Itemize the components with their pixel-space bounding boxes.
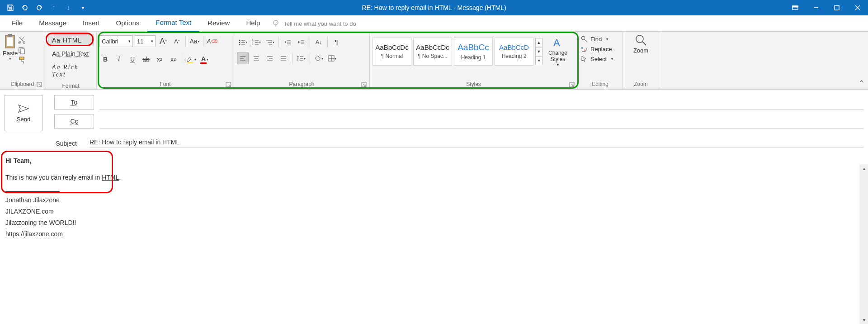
grow-font-icon[interactable]: A^: [157, 35, 169, 47]
svg-rect-3: [835, 5, 839, 10]
tell-me[interactable]: Tell me what you want to do: [272, 19, 356, 31]
clear-formatting-icon[interactable]: A⌫: [206, 35, 218, 47]
shrink-font-icon[interactable]: Aˇ: [171, 35, 183, 47]
format-painter-icon[interactable]: [18, 56, 26, 64]
svg-text:3: 3: [252, 43, 254, 45]
strikethrough-button[interactable]: ab: [140, 53, 152, 65]
show-marks-icon[interactable]: ¶: [330, 36, 342, 48]
justify-icon[interactable]: [278, 52, 289, 64]
decrease-indent-icon[interactable]: [282, 36, 293, 48]
dialog-launcher-icon[interactable]: [226, 82, 232, 88]
font-color-icon[interactable]: A▾: [198, 53, 210, 65]
svg-text:a: a: [581, 46, 583, 50]
tab-help[interactable]: Help: [238, 15, 268, 31]
italic-button[interactable]: I: [113, 53, 125, 65]
format-plain-button[interactable]: Aa Plain Text: [48, 48, 94, 60]
to-field[interactable]: [99, 95, 863, 110]
window-controls: [785, 0, 868, 15]
style-heading-1[interactable]: AaBbCcHeading 1: [454, 38, 493, 66]
send-button[interactable]: Send: [5, 95, 42, 131]
dialog-launcher-icon[interactable]: [37, 82, 43, 88]
scroll-up-icon[interactable]: ▲: [860, 164, 868, 172]
cursor-icon: [580, 55, 588, 62]
bold-button[interactable]: B: [99, 53, 111, 65]
next-item-icon: ↓: [62, 2, 74, 14]
minimize-icon[interactable]: [806, 0, 826, 15]
style-heading-2[interactable]: AaBbCcDHeading 2: [495, 38, 533, 66]
scroll-down-icon[interactable]: ▼: [860, 316, 868, 324]
style-normal[interactable]: AaBbCcDc¶ Normal: [373, 38, 411, 66]
group-label-editing: Editing: [578, 79, 623, 89]
select-button[interactable]: Select▾: [580, 55, 613, 62]
align-center-icon[interactable]: [250, 52, 262, 64]
change-case-icon[interactable]: Aa▾: [189, 35, 200, 47]
signature-site: JILAXZONE.com: [5, 207, 863, 216]
align-left-icon[interactable]: [237, 52, 249, 64]
undo-icon[interactable]: [19, 2, 31, 14]
numbering-icon[interactable]: 123▾: [250, 36, 262, 48]
style-no-spacing[interactable]: AaBbCcDc¶ No Spac...: [413, 38, 452, 66]
multilevel-list-icon[interactable]: ▾: [264, 36, 276, 48]
tab-file[interactable]: File: [4, 15, 31, 31]
line-spacing-icon[interactable]: ▾: [295, 52, 307, 64]
subject-field[interactable]: RE: How to reply email in HTML: [90, 138, 863, 148]
underline-button[interactable]: U: [127, 53, 138, 65]
clipboard-icon: [4, 33, 17, 50]
svg-point-6: [274, 20, 278, 25]
highlight-color-icon[interactable]: ▾: [185, 53, 197, 65]
change-styles-button[interactable]: A Change Styles ▾: [544, 36, 571, 67]
font-size-select[interactable]: 11▾: [135, 35, 156, 47]
copy-icon[interactable]: [18, 46, 26, 54]
borders-icon[interactable]: ▾: [326, 52, 338, 64]
close-icon[interactable]: [847, 0, 868, 15]
svg-point-21: [239, 42, 241, 43]
svg-rect-15: [19, 57, 24, 60]
ribbon-display-icon[interactable]: [785, 0, 806, 15]
tab-options[interactable]: Options: [108, 15, 148, 31]
find-button[interactable]: Find▾: [580, 35, 613, 43]
qat-customize-icon[interactable]: ▾: [77, 2, 89, 14]
format-html-button[interactable]: Aa HTML: [48, 34, 94, 46]
magnifier-icon: [634, 33, 648, 47]
increase-indent-icon[interactable]: [295, 36, 307, 48]
group-editing: Find▾ ab Replace Select▾ Editing: [578, 32, 623, 89]
svg-line-62: [585, 39, 587, 42]
group-label-font: Font: [97, 79, 234, 89]
tab-review[interactable]: Review: [199, 15, 238, 31]
cut-icon[interactable]: [18, 36, 26, 44]
shading-icon[interactable]: ▾: [313, 52, 325, 64]
svg-point-65: [636, 35, 643, 43]
redo-icon[interactable]: [33, 2, 45, 14]
tab-format-text[interactable]: Format Text: [147, 15, 199, 32]
zoom-button[interactable]: Zoom: [628, 33, 654, 54]
paste-button[interactable]: Paste ▾: [3, 33, 18, 61]
cc-field[interactable]: [99, 114, 863, 129]
tab-message[interactable]: Message: [31, 15, 75, 31]
cc-button[interactable]: Cc: [54, 114, 94, 129]
save-icon[interactable]: [5, 2, 16, 14]
maximize-icon[interactable]: [826, 0, 847, 15]
prev-item-icon: ↑: [48, 2, 60, 14]
superscript-button[interactable]: x2: [167, 53, 179, 65]
dialog-launcher-icon[interactable]: [569, 82, 576, 88]
group-label-clipboard: Clipboard: [0, 79, 45, 89]
sort-icon[interactable]: A↓: [313, 36, 325, 48]
vertical-scrollbar[interactable]: ▲ ▼: [860, 164, 868, 324]
message-body[interactable]: Hi Team, This is how you can reply email…: [0, 150, 868, 247]
svg-rect-9: [7, 37, 13, 46]
replace-button[interactable]: ab Replace: [580, 45, 613, 52]
collapse-ribbon-icon[interactable]: ⌃: [859, 79, 864, 87]
bullets-icon[interactable]: ▾: [237, 36, 249, 48]
tab-insert[interactable]: Insert: [75, 15, 108, 31]
svg-rect-1: [793, 6, 798, 7]
signature-url: https://jilaxzone.com: [5, 229, 863, 239]
svg-text:A: A: [553, 37, 560, 48]
to-button[interactable]: To: [54, 95, 94, 110]
format-rich-button[interactable]: Aa Rich Text: [48, 62, 94, 81]
subscript-button[interactable]: x2: [154, 53, 165, 65]
align-right-icon[interactable]: [264, 52, 276, 64]
signature-tagline: Jilaxzoning the WORLD!!: [5, 218, 863, 228]
font-name-select[interactable]: Calibri▾: [99, 35, 133, 47]
styles-gallery-arrows[interactable]: ▲ ▼ ▾: [535, 38, 542, 65]
dialog-launcher-icon[interactable]: [361, 82, 368, 88]
